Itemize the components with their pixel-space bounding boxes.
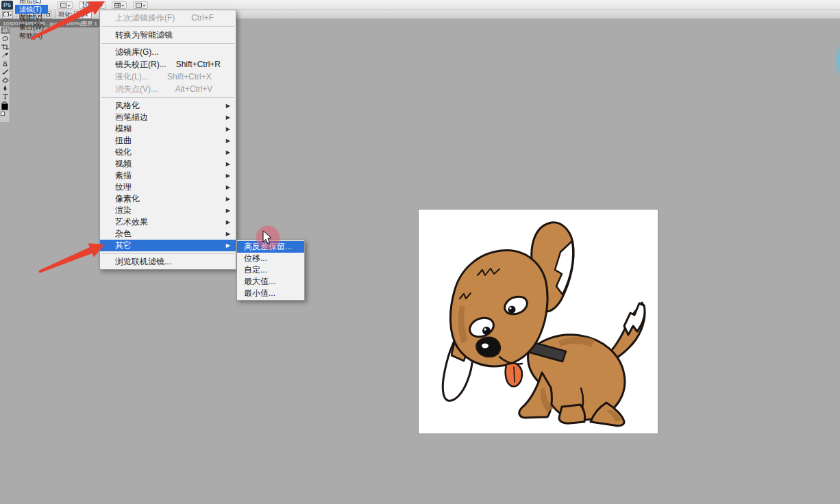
menubar-item-label: 窗口(W) — [19, 23, 44, 32]
tool-eyedropper[interactable] — [1, 51, 10, 59]
foreground-color-swatch[interactable] — [1, 103, 8, 110]
pen-icon — [3, 85, 6, 90]
lasso-icon — [3, 36, 8, 41]
filter-menu-item[interactable]: 消失点(V)... Alt+Ctrl+V — [100, 83, 236, 95]
filter-menu-item[interactable]: 艺术效果 ▶ — [100, 216, 236, 228]
menu-item-label: 扭曲 — [115, 135, 132, 147]
submenu-arrow-icon: ▶ — [223, 126, 230, 132]
menu-item-label: 纹理 — [115, 181, 132, 193]
filter-menu-item[interactable]: 素描 ▶ — [100, 170, 236, 181]
menubar-item[interactable]: 视图(V) — [15, 14, 48, 23]
submenu-arrow-icon: ▶ — [223, 149, 230, 155]
filter-menu-item[interactable]: 转换为智能滤镜 — [100, 29, 236, 41]
filter-menu-item[interactable]: 液化(L)... Shift+Ctrl+X — [100, 71, 236, 83]
document-canvas[interactable] — [418, 209, 658, 434]
toolbox — [0, 26, 10, 122]
background-color-swatch[interactable] — [1, 112, 5, 116]
submenu-arrow-icon: ▶ — [223, 161, 230, 167]
menu-bar-items: 文件(F) 编辑(E) 图像(I) 图层(L) 滤镜(T) 视图(V) 窗口(W… — [15, 0, 48, 40]
tool-crop[interactable] — [1, 42, 10, 51]
filter-menu-item[interactable]: 扭曲 ▶ — [100, 135, 236, 147]
clone-stamp-icon — [3, 61, 8, 66]
submenu-item-label: 最大值... — [244, 276, 275, 288]
menu-item-label: 镜头校正(R)... — [115, 59, 166, 71]
submenu-arrow-icon: ▶ — [223, 242, 230, 249]
filter-menu-item[interactable]: 浏览联机滤镜... — [100, 256, 236, 268]
menubar-item-label: 帮助(H) — [19, 32, 42, 41]
tool-eraser[interactable] — [1, 75, 10, 84]
tool-lasso[interactable] — [1, 34, 10, 42]
submenu-arrow-icon: ▶ — [223, 231, 230, 237]
other-submenu-dropdown: 高反差保留... 位移... 自定... 最大值... 最小值... — [236, 240, 305, 301]
menu-item-label: 素描 — [115, 170, 132, 181]
submenu-arrow-icon: ▶ — [223, 173, 230, 179]
type-tool-icon — [3, 94, 8, 99]
menu-item-shortcut: Ctrl+F — [191, 13, 214, 23]
submenu-arrow-icon: ▶ — [223, 207, 230, 214]
menu-item-label: 视频 — [115, 158, 132, 170]
filter-menu-item[interactable]: 渲染 ▶ — [100, 205, 236, 216]
menu-bar: Ps 文件(F) 编辑(E) 图像(I) 图层(L) 滤镜(T) 视图(V) 窗… — [0, 0, 840, 10]
zoom-level-control[interactable]: 100% ▾ — [79, 1, 106, 9]
menubar-item-label: 滤镜(T) — [19, 5, 42, 14]
menu-item-label: 像素化 — [115, 193, 140, 205]
filter-menu-dropdown: 上次滤镜操作(F) Ctrl+F 转换为智能滤镜 滤镜库(G)... 镜头校正(… — [99, 10, 236, 270]
submenu-item[interactable]: 最小值... — [237, 288, 304, 299]
submenu-item-label: 自定... — [244, 264, 267, 276]
arrange-documents-button[interactable]: ▾ — [112, 1, 127, 9]
submenu-item-label: 高反差保留... — [244, 241, 292, 253]
filter-menu-item[interactable]: 画笔描边 ▶ — [100, 112, 236, 123]
menu-separator — [101, 97, 234, 98]
menu-item-label: 杂色 — [115, 228, 132, 240]
screen-mode-icon — [136, 3, 142, 8]
submenu-item[interactable]: 位移... — [237, 253, 304, 264]
tool-pen[interactable] — [1, 84, 10, 92]
arrange-documents-icon — [114, 3, 121, 8]
tool-type[interactable] — [1, 92, 10, 100]
zoom-level-value: 100% — [82, 1, 99, 9]
submenu-item[interactable]: 高反差保留... — [237, 241, 304, 253]
red-arrow-to-other-item — [38, 243, 105, 273]
menubar-item[interactable]: 窗口(W) — [15, 23, 48, 32]
submenu-item[interactable]: 自定... — [237, 264, 304, 276]
eraser-icon — [3, 78, 8, 82]
crop-icon — [1, 44, 9, 50]
filter-menu-item[interactable]: 像素化 ▶ — [100, 193, 236, 205]
menubar-item-label: 视图(V) — [19, 14, 42, 23]
filter-menu-item[interactable]: 锐化 ▶ — [100, 147, 236, 158]
screen-mode-button[interactable]: ▾ — [133, 1, 148, 9]
photoshop-window: Ps 文件(F) 编辑(E) 图像(I) 图层(L) 滤镜(T) 视图(V) 窗… — [0, 0, 840, 504]
filter-menu-item[interactable]: 滤镜库(G)... — [100, 46, 236, 58]
chevron-down-icon: ▾ — [101, 3, 103, 8]
filter-menu-item[interactable]: 其它 ▶ — [100, 240, 236, 251]
divider — [55, 11, 55, 18]
filter-menu-item[interactable]: 风格化 ▶ — [100, 100, 236, 112]
menu-item-shortcut: Shift+Ctrl+R — [176, 60, 221, 69]
filter-menu-item[interactable]: 视频 ▶ — [100, 158, 236, 170]
filter-menu-item[interactable]: 镜头校正(R)... Shift+Ctrl+R — [100, 58, 236, 71]
menu-item-label: 模糊 — [115, 123, 132, 135]
menu-item-shortcut: Alt+Ctrl+V — [175, 84, 213, 94]
menu-item-label: 风格化 — [115, 100, 140, 112]
chevron-down-icon: ▾ — [143, 3, 145, 8]
menubar-item[interactable]: 滤镜(T) — [15, 5, 48, 14]
filter-menu-item[interactable]: 杂色 ▶ — [100, 228, 236, 240]
menu-item-label: 消失点(V)... — [115, 84, 158, 95]
feather-input[interactable]: 1 px — [74, 11, 92, 18]
filter-menu-item[interactable]: 模糊 ▶ — [100, 123, 236, 135]
menu-separator — [101, 253, 234, 254]
dog-artwork — [419, 210, 658, 433]
launch-bridge-button[interactable]: ▾ — [58, 1, 73, 9]
tool-rectangular-marquee[interactable] — [1, 26, 10, 34]
filter-menu-item[interactable]: 纹理 ▶ — [100, 181, 236, 193]
tool-clone-stamp[interactable] — [1, 59, 10, 67]
filter-menu-item[interactable]: 上次滤镜操作(F) Ctrl+F — [100, 12, 236, 24]
tool-brush[interactable] — [1, 67, 10, 75]
eyedropper-icon — [2, 53, 8, 58]
tool-preset-picker[interactable]: ▾ — [2, 11, 13, 18]
submenu-item[interactable]: 最大值... — [237, 276, 304, 288]
menubar-item[interactable]: 帮助(H) — [15, 32, 48, 40]
submenu-arrow-icon: ▶ — [223, 196, 230, 202]
cyan-artifact — [836, 42, 840, 78]
submenu-arrow-icon: ▶ — [223, 138, 230, 144]
